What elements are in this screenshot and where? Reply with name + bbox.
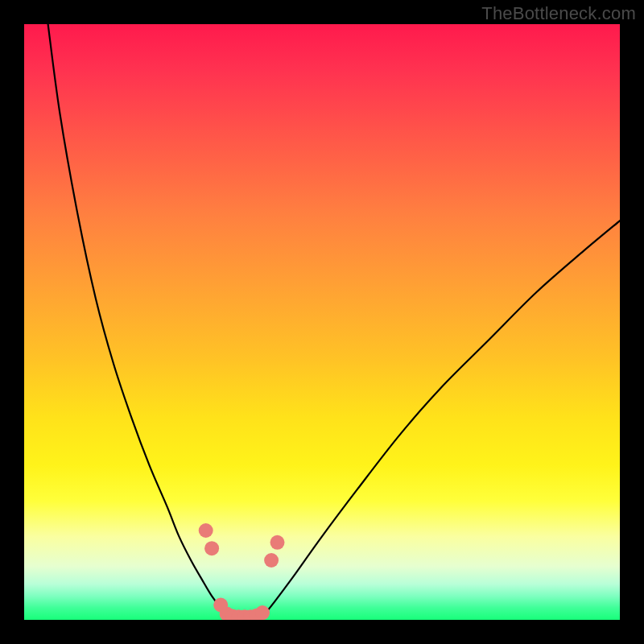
- data-point-marker: [204, 541, 219, 555]
- data-point-marker: [199, 523, 213, 538]
- data-point-marker: [255, 605, 270, 620]
- watermark-text: TheBottleneck.com: [481, 3, 636, 24]
- plot-area: [24, 24, 620, 620]
- right-branch-curve: [262, 221, 620, 617]
- curve-layer: [24, 24, 620, 620]
- chart-frame: TheBottleneck.com: [0, 0, 644, 644]
- data-point-marker: [264, 553, 279, 568]
- data-point-marker: [270, 535, 285, 550]
